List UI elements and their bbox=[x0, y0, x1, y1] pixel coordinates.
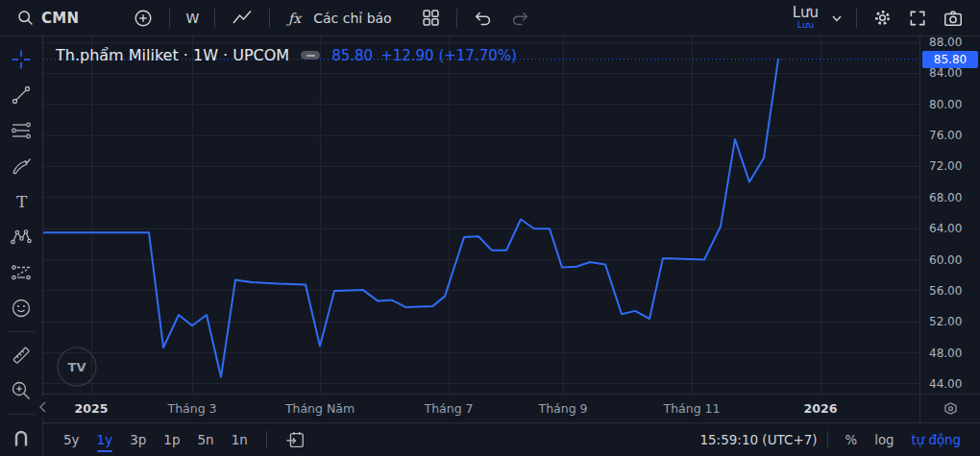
time-tick-label: Tháng Năm bbox=[285, 395, 355, 422]
price-chart-svg: TV bbox=[43, 36, 919, 394]
price-tick-label: 72.00 bbox=[929, 159, 962, 173]
divider bbox=[827, 431, 828, 448]
time-tick-label: 2026 bbox=[804, 395, 838, 422]
tool-emoji-button[interactable] bbox=[8, 296, 35, 321]
price-tick-label: 68.00 bbox=[929, 191, 962, 204]
last-price-badge: 85.80 bbox=[922, 51, 978, 68]
log-scale-button[interactable]: log bbox=[867, 429, 901, 451]
time-tick-label: Tháng 11 bbox=[664, 395, 721, 422]
divider bbox=[8, 414, 35, 415]
price-tick-label: 88.00 bbox=[929, 36, 962, 49]
fullscreen-button[interactable] bbox=[901, 3, 934, 34]
brush-icon bbox=[10, 155, 33, 178]
indicators-button[interactable]: ƒx Các chỉ báo bbox=[279, 3, 398, 34]
undo-button[interactable] bbox=[466, 3, 501, 34]
svg-text:T: T bbox=[16, 192, 28, 211]
price-scale-settings-corner[interactable] bbox=[919, 394, 980, 422]
price-tick-label: 56.00 bbox=[929, 284, 962, 298]
price-tick-label: 60.00 bbox=[929, 253, 962, 267]
range-button-1y[interactable]: 1y bbox=[88, 428, 122, 451]
percent-scale-button[interactable]: % bbox=[838, 429, 866, 451]
fib-retracement-icon bbox=[10, 119, 33, 142]
svg-text:ƒx: ƒx bbox=[286, 11, 303, 26]
price-axis[interactable]: 85.80 88.0084.0080.0076.0072.0068.0064.0… bbox=[919, 36, 980, 394]
chart-legend: Th.phẩm Miliket · 1W · UPCOM 85.80 +12.9… bbox=[56, 46, 517, 64]
price-series-line[interactable] bbox=[43, 60, 778, 377]
redo-arrow-icon bbox=[509, 8, 530, 29]
range-button-5y[interactable]: 5y bbox=[55, 428, 88, 451]
range-button-5n[interactable]: 5n bbox=[189, 428, 223, 451]
divider bbox=[456, 9, 457, 28]
legend-symbol-title: Th.phẩm Miliket · 1W · UPCOM bbox=[56, 46, 289, 64]
save-sublabel: Lưu bbox=[797, 20, 814, 30]
session-clock[interactable]: 15:59:10 (UTC+7) bbox=[699, 432, 817, 447]
divider bbox=[169, 9, 170, 28]
tool-brush-button[interactable] bbox=[8, 154, 35, 179]
forecast-icon bbox=[10, 261, 33, 284]
top-toolbar: CMN W ƒx Các chỉ báo bbox=[0, 0, 980, 36]
legend-change: +12.90 (+17.70%) bbox=[380, 47, 517, 64]
camera-icon bbox=[943, 8, 964, 29]
save-label: Lưu bbox=[793, 6, 819, 21]
tool-xabcd-pattern-button[interactable] bbox=[8, 225, 35, 250]
magnet-mode-button[interactable] bbox=[8, 425, 35, 450]
search-icon bbox=[16, 9, 35, 27]
indicators-label: Các chỉ báo bbox=[313, 11, 391, 26]
chart-settings-button[interactable] bbox=[866, 3, 899, 34]
crosshair-icon bbox=[10, 48, 33, 71]
svg-text:TV: TV bbox=[68, 360, 86, 374]
eye-hexagon-icon bbox=[942, 399, 960, 418]
price-tick-label: 76.00 bbox=[929, 129, 962, 142]
divider bbox=[214, 9, 215, 28]
chevron-left-icon bbox=[38, 400, 47, 414]
tool-crosshair-button[interactable] bbox=[8, 47, 35, 72]
fullscreen-icon bbox=[908, 9, 927, 28]
price-tick-label: 84.00 bbox=[929, 66, 962, 80]
collapse-panel-button[interactable] bbox=[36, 396, 49, 418]
text-tool-icon: T bbox=[10, 190, 33, 213]
save-layout-button[interactable]: Lưu Lưu bbox=[787, 4, 824, 33]
price-tick-label: 52.00 bbox=[929, 315, 962, 328]
layout-grid-button[interactable] bbox=[414, 3, 448, 34]
vertical-gridlines bbox=[91, 36, 821, 394]
date-range-buttons: 5y1y3p1p5n1n bbox=[55, 428, 257, 451]
plus-circle-icon bbox=[133, 8, 154, 29]
trend-line-icon bbox=[10, 84, 33, 107]
tool-fib-retracement-button[interactable] bbox=[8, 118, 35, 143]
emoji-smiley-icon bbox=[10, 297, 33, 320]
tool-zoom-in-button[interactable] bbox=[8, 378, 35, 403]
chart-plot-area[interactable]: TV Th.phẩm Miliket · 1W · UPCOM 85.80 +1… bbox=[43, 36, 919, 394]
price-tick-label: 64.00 bbox=[929, 222, 962, 235]
divider bbox=[8, 331, 35, 332]
go-to-date-button[interactable] bbox=[277, 425, 313, 454]
range-button-1p[interactable]: 1p bbox=[155, 428, 188, 451]
legend-more-toggle-icon[interactable] bbox=[301, 51, 320, 60]
interval-label: W bbox=[185, 11, 199, 26]
interval-button[interactable]: W bbox=[179, 3, 206, 34]
tool-trend-line-button[interactable] bbox=[8, 83, 35, 108]
tradingview-chart-window: CMN W ƒx Các chỉ báo bbox=[0, 0, 980, 456]
time-axis[interactable]: 2025Tháng 3Tháng NămTháng 7Tháng 9Tháng … bbox=[43, 394, 919, 422]
undo-arrow-icon bbox=[473, 8, 494, 29]
tool-measure-button[interactable] bbox=[8, 343, 35, 368]
compare-add-symbol-button[interactable] bbox=[126, 3, 160, 34]
calendar-goto-icon bbox=[284, 429, 306, 450]
symbol-search-button[interactable]: CMN bbox=[10, 3, 86, 34]
auto-scale-button[interactable]: tự động bbox=[904, 429, 968, 451]
redo-button[interactable] bbox=[502, 3, 537, 34]
chevron-down-icon bbox=[830, 12, 844, 25]
magnet-icon bbox=[10, 426, 33, 449]
snapshot-camera-button[interactable] bbox=[936, 3, 970, 34]
time-tick-label: Tháng 3 bbox=[167, 395, 216, 422]
tool-forecast-button[interactable] bbox=[8, 260, 35, 285]
divider bbox=[856, 9, 857, 28]
save-layout-menu-button[interactable] bbox=[826, 3, 847, 34]
range-button-3p[interactable]: 3p bbox=[121, 428, 155, 451]
symbol-label: CMN bbox=[41, 10, 79, 27]
time-tick-label: Tháng 9 bbox=[538, 395, 587, 422]
tool-text-button[interactable]: T bbox=[8, 189, 35, 214]
horizontal-gridlines bbox=[43, 42, 919, 384]
divider bbox=[266, 431, 267, 448]
range-button-1n[interactable]: 1n bbox=[223, 428, 257, 451]
chart-type-button[interactable] bbox=[224, 3, 260, 34]
